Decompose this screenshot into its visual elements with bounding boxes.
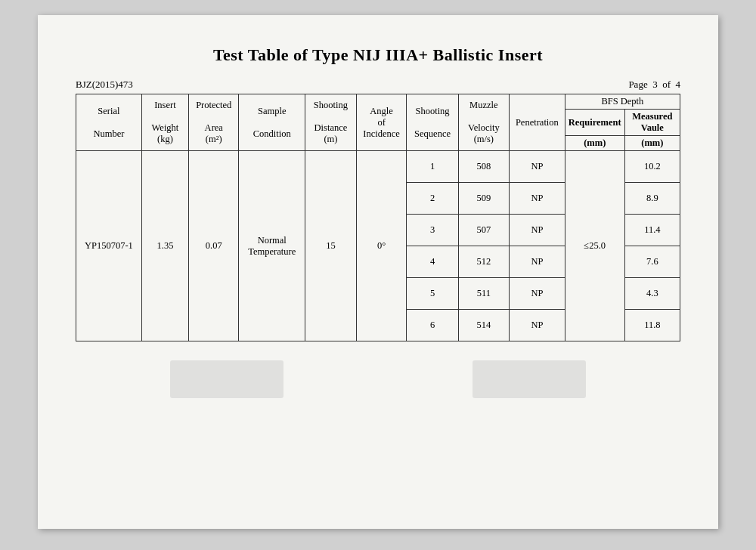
- cell-penetration: NP: [510, 278, 565, 310]
- footer-image-left: [170, 360, 284, 398]
- header-penetration: Penetration: [510, 94, 565, 151]
- cell-serial: YP150707-1: [76, 151, 142, 341]
- header-bfs-depth: BFS Depth: [565, 94, 680, 110]
- cell-measured-value: 8.9: [624, 183, 680, 215]
- cell-sequence: 3: [407, 215, 458, 246]
- header-shooting-distance: ShootingDistance(m): [305, 94, 357, 151]
- cell-penetration: NP: [510, 151, 565, 183]
- cell-measured-value: 11.8: [624, 310, 680, 341]
- cell-sequence: 4: [407, 246, 458, 278]
- cell-penetration: NP: [510, 183, 565, 215]
- cell-muzzle-velocity: 507: [458, 215, 509, 246]
- test-table: SerialNumber InsertWeight(kg) ProtectedA…: [76, 94, 680, 341]
- cell-measured-value: 11.4: [624, 215, 680, 246]
- meta-row: BJZ(2015)473 Page 3 of 4: [76, 79, 680, 91]
- cell-area: 0.07: [189, 151, 239, 341]
- header-sample-condition: SampleCondition: [239, 94, 305, 151]
- cell-angle: 0°: [356, 151, 407, 341]
- cell-distance: 15: [305, 151, 357, 341]
- cell-penetration: NP: [510, 215, 565, 246]
- footer-image-right: [472, 360, 586, 398]
- header-angle: AngleofIncidence: [356, 94, 407, 151]
- header-requirement-unit: (mm): [565, 136, 624, 151]
- cell-measured-value: 10.2: [624, 151, 680, 183]
- header-insert-weight: InsertWeight(kg): [141, 94, 188, 151]
- cell-condition: NormalTemperature: [239, 151, 305, 341]
- document-page: Test Table of Type NIJ IIIA+ Ballistic I…: [38, 15, 718, 529]
- header-protected-area: ProtectedArea(m²): [189, 94, 239, 151]
- header-measured-unit: (mm): [624, 136, 680, 151]
- cell-bfs-requirement: ≤25.0: [565, 151, 624, 341]
- doc-number: BJZ(2015)473: [76, 79, 133, 91]
- cell-penetration: NP: [510, 310, 565, 341]
- cell-measured-value: 7.6: [624, 246, 680, 278]
- cell-penetration: NP: [510, 246, 565, 278]
- cell-muzzle-velocity: 509: [458, 183, 509, 215]
- cell-measured-value: 4.3: [624, 278, 680, 310]
- page-title: Test Table of Type NIJ IIIA+ Ballistic I…: [76, 45, 680, 65]
- cell-muzzle-velocity: 511: [458, 278, 509, 310]
- cell-sequence: 5: [407, 278, 458, 310]
- footer-images: [76, 357, 680, 402]
- cell-muzzle-velocity: 514: [458, 310, 509, 341]
- header-serial: SerialNumber: [76, 94, 142, 151]
- cell-weight: 1.35: [141, 151, 188, 341]
- table-row: YP150707-11.350.07NormalTemperature150°1…: [76, 151, 680, 183]
- cell-sequence: 2: [407, 183, 458, 215]
- header-measured: MeasuredVaule: [624, 110, 680, 136]
- header-shooting-sequence: ShootingSequence: [407, 94, 458, 151]
- header-muzzle-velocity: MuzzleVelocity(m/s): [458, 94, 509, 151]
- cell-muzzle-velocity: 508: [458, 151, 509, 183]
- cell-muzzle-velocity: 512: [458, 246, 509, 278]
- cell-sequence: 6: [407, 310, 458, 341]
- cell-sequence: 1: [407, 151, 458, 183]
- header-requirement: Requirement: [565, 110, 624, 136]
- page-info: Page 3 of 4: [628, 79, 680, 91]
